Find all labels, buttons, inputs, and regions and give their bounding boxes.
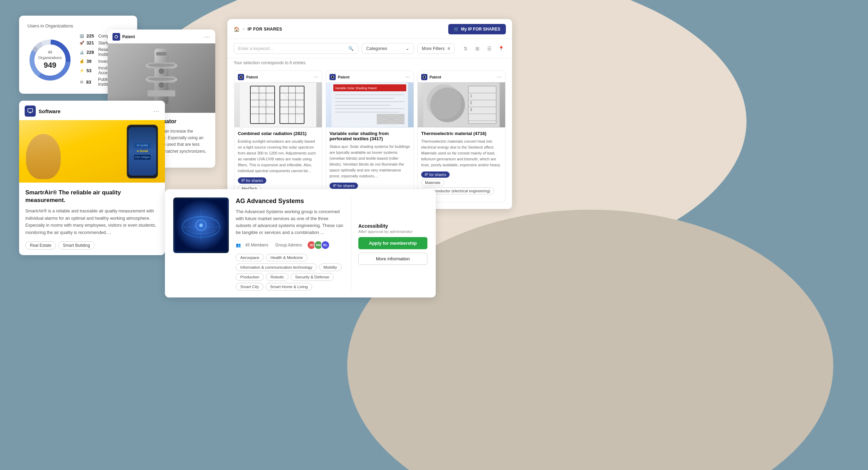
ip-patent-2-tag-dark-0[interactable]: IP for shares [329, 183, 358, 189]
list-view-icon[interactable]: ☰ [484, 44, 494, 53]
ag-tag-ict[interactable]: Information & communication technology [236, 263, 317, 271]
ip-patent-3-image: 1 2 3 [418, 82, 505, 127]
ag-tag-smart-city[interactable]: Smart City [236, 283, 264, 291]
svg-rect-60 [468, 86, 496, 124]
filter-icon: ≡ [448, 46, 450, 51]
ip-patent-2-label: Patent [338, 75, 350, 79]
svg-point-59 [427, 84, 461, 119]
svg-point-19 [159, 82, 164, 88]
svg-point-17 [148, 77, 175, 81]
software-badge-label: Software [39, 108, 60, 114]
my-ip-button[interactable]: 🛒 My IP FOR SHARES [448, 24, 506, 34]
search-icon: 🔍 [348, 46, 354, 51]
ag-accessibility-section: Accessibility After approval by administ… [358, 223, 427, 234]
research-icon: 🔬 [80, 50, 84, 54]
patent-label-large: Patent [122, 34, 135, 39]
ip-patent-1-image [234, 82, 322, 127]
ip-patent-2-badge: Patent [329, 74, 350, 80]
patent-icon-large [112, 33, 120, 41]
ag-tag-robotic[interactable]: Robotic [266, 273, 289, 281]
sort-icon[interactable]: ⇅ [461, 44, 470, 53]
ag-tag-production[interactable]: Production [236, 273, 264, 281]
ag-tag-security[interactable]: Security & Defense [291, 273, 334, 281]
svg-point-16 [148, 64, 175, 67]
breadcrumb-current: IP FOR SHARES [248, 27, 282, 32]
home-icon[interactable]: 🏠 [234, 26, 240, 32]
ip-patent-2-menu[interactable]: ⋯ [405, 75, 410, 79]
software-badge: Software [25, 106, 60, 117]
tag-real-estate[interactable]: Real Estate [25, 241, 56, 250]
ip-patent-3-title: Thermoelectric material (4716) [421, 131, 502, 136]
ag-image [173, 198, 229, 253]
patent-badge-large: Patent [112, 33, 135, 41]
ag-tag-health[interactable]: Health & Medicine [266, 254, 307, 261]
software-card-title: SmartrAir® The reliable air quality meas… [25, 189, 159, 204]
more-filters-button[interactable]: More Filters ≡ [417, 43, 454, 54]
ip-breadcrumb: 🏠 > IP FOR SHARES [234, 26, 282, 32]
ag-tag-mobility[interactable]: Mobility [319, 263, 342, 271]
ag-apply-button[interactable]: Apply for membership [358, 237, 427, 249]
ag-more-button[interactable]: More information [358, 253, 427, 265]
svg-rect-10 [156, 52, 167, 56]
tag-smart-building[interactable]: Smart Building [58, 241, 94, 250]
ag-members-count: 45 Members [245, 243, 268, 247]
svg-point-23 [240, 76, 242, 78]
stat-research-num: 228 [86, 50, 96, 55]
ip-patent-3-tag-dark-0[interactable]: IP for shares [421, 171, 450, 178]
svg-text:3: 3 [470, 108, 472, 112]
view-icons: ⇅ ⊞ ☰ 📍 [461, 44, 506, 53]
svg-rect-24 [240, 83, 316, 127]
ag-access-sub: After approval by administrator [358, 229, 427, 234]
categories-dropdown[interactable]: Categories ⌄ [362, 43, 414, 54]
ip-patent-1-label: Patent [246, 75, 258, 79]
map-view-icon[interactable]: 📍 [496, 44, 506, 53]
ag-card: AG Advanced Systems The Advanced Systems… [165, 189, 436, 297]
ip-patent-3-tag-light-0[interactable]: Materials [421, 179, 444, 186]
cart-icon: 🛒 [454, 27, 459, 32]
patent-card-large-header: Patent ⋯ [108, 30, 215, 43]
patent-large-menu[interactable]: ⋯ [204, 34, 210, 40]
stat-public-num: 83 [86, 79, 96, 85]
ip-patent-2-title: Variable solar shading from perforated t… [329, 131, 410, 141]
org-total-label: AllOrganizations 949 [38, 50, 62, 70]
ag-tag-aerospace[interactable]: Aerospace [236, 254, 264, 261]
org-donut-chart: AllOrganizations 949 [27, 37, 73, 83]
stat-investors-num: 39 [86, 59, 96, 64]
startup-icon: 🚀 [80, 41, 84, 45]
ag-sidebar: Accessibility After approval by administ… [351, 198, 427, 291]
software-card-desc: SmartrAir® is a reliable and traceable a… [25, 208, 159, 236]
phone-screen: Air Quality ● Good CO2: 520ppm [128, 127, 156, 176]
svg-text:2: 2 [470, 101, 472, 105]
ag-content: AG Advanced Systems The Advanced Systems… [236, 198, 344, 291]
ip-patent-1-tag-dark-0[interactable]: IP for shares [238, 177, 266, 184]
grid-view-icon[interactable]: ⊞ [473, 44, 482, 53]
ip-panel-header: 🏠 > IP FOR SHARES 🛒 My IP FOR SHARES [227, 19, 512, 39]
ip-patent-card-2: Patent ⋯ Variable Solar Shading Patent [326, 70, 414, 202]
chevron-down-icon: ⌄ [406, 46, 409, 51]
search-keyword-text: Enter a keyword... [238, 46, 273, 51]
ip-search-row: Enter a keyword... 🔍 Categories ⌄ More F… [227, 39, 512, 58]
ip-patent-2-header: Patent ⋯ [326, 71, 414, 82]
svg-point-56 [423, 76, 426, 78]
software-menu[interactable]: ⋯ [153, 108, 159, 114]
ip-search-box[interactable]: Enter a keyword... 🔍 [234, 43, 358, 54]
software-tags: Real Estate Smart Building [25, 241, 159, 250]
ip-patent-2-desc: Status quo: Solar shading systems for bu… [329, 144, 410, 179]
software-card: Software ⋯ Air Quality ● Good CO2: 520pp… [19, 101, 165, 255]
svg-point-43 [332, 76, 334, 78]
ip-patent-1-menu[interactable]: ⋯ [314, 75, 318, 79]
ag-accessibility-label: Accessibility [358, 223, 427, 229]
ip-patent-3-body: Thermoelectric material (4716) Thermoele… [418, 127, 505, 199]
org-total-number: 949 [38, 60, 62, 70]
ip-patent-3-menu[interactable]: ⋯ [497, 75, 502, 79]
svg-text:1: 1 [470, 94, 472, 98]
ip-patent-1-title: Combined solar radiation (2821) [238, 131, 318, 136]
svg-point-18 [159, 68, 164, 74]
ip-patent-card-1: Patent ⋯ [234, 70, 322, 202]
breadcrumb-sep: > [242, 27, 245, 32]
org-label-text: AllOrganizations [38, 50, 62, 60]
incubator-icon: ⚡ [80, 68, 84, 73]
avatar-3: RL [321, 241, 330, 250]
ag-tag-smart-home[interactable]: Smart Home & Living [266, 283, 312, 291]
svg-rect-15 [148, 90, 175, 96]
